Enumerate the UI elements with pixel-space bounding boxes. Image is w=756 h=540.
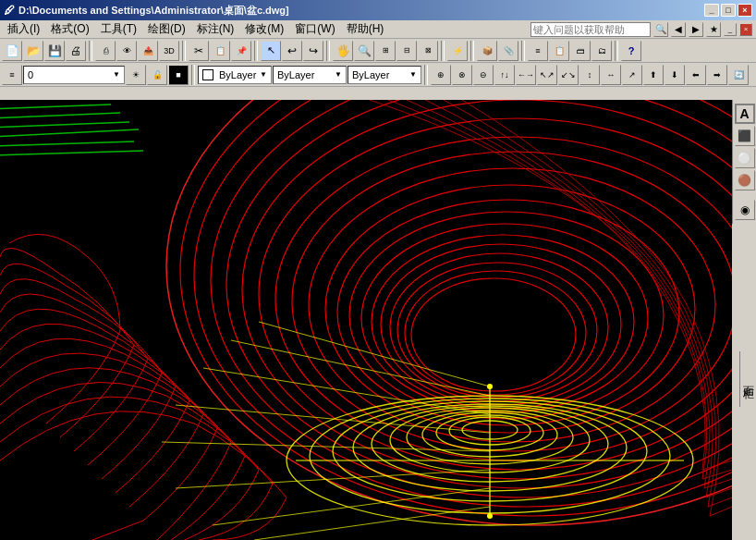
maximize-button[interactable]: □ xyxy=(721,4,736,17)
tb-layer-color[interactable]: ■ xyxy=(168,65,189,85)
tb-color-dropdown[interactable]: ByLayer ▼ xyxy=(198,66,272,84)
tb-view-2[interactable]: ⊗ xyxy=(452,65,472,85)
tb-block-edit[interactable]: 📦 xyxy=(477,41,497,61)
tb-save[interactable]: 💾 xyxy=(44,41,65,61)
app-icon: 🖊 xyxy=(4,4,15,17)
tb-linetype-dropdown[interactable]: ByLayer ▼ xyxy=(273,66,347,84)
menu-insert[interactable]: 插入(I) xyxy=(2,19,45,39)
menu-draw[interactable]: 绘图(D) xyxy=(142,19,191,39)
tb-view-13[interactable]: ⬅ xyxy=(686,65,706,85)
help-star-btn[interactable]: ★ xyxy=(706,22,721,37)
right-toolbar: A ⬛ ⚪ 🟤 ◉ xyxy=(732,100,756,224)
rt-view-box[interactable]: A xyxy=(735,104,755,124)
tb-print[interactable]: 🖨 xyxy=(66,41,86,61)
tb-3d[interactable]: 3D xyxy=(159,41,179,61)
tb-view-12[interactable]: ⬇ xyxy=(665,65,685,85)
minimize-button[interactable]: _ xyxy=(704,4,719,17)
tb-prop[interactable]: 📋 xyxy=(549,41,569,61)
tb-view-9[interactable]: ↔ xyxy=(601,65,621,85)
tb-match-prop[interactable]: ⚡ xyxy=(447,41,468,61)
tb-view-5[interactable]: ←→ xyxy=(516,65,536,85)
tb-sep-6 xyxy=(470,41,474,61)
tb-sep-4 xyxy=(326,41,330,61)
tb-block-def[interactable]: 📎 xyxy=(498,41,518,61)
tb-view-3[interactable]: ⊖ xyxy=(473,65,494,85)
tb-designcenter[interactable]: 🗃 xyxy=(570,41,591,61)
rt-material[interactable]: ◉ xyxy=(735,200,755,220)
tb-copy[interactable]: 📋 xyxy=(210,41,230,61)
tb-linewidth-dropdown[interactable]: ByLayer ▼ xyxy=(348,66,421,84)
layer-value: 0 xyxy=(28,69,33,80)
cad-drawing xyxy=(0,100,732,540)
tb-cut[interactable]: ✂ xyxy=(189,41,209,61)
linewidth-value: ByLayer xyxy=(352,69,389,80)
window-title: D:\Documents and Settings\Administrator\… xyxy=(15,4,704,18)
tb-preview[interactable]: 👁 xyxy=(116,41,137,61)
menu-format[interactable]: 格式(O) xyxy=(45,19,94,39)
tb-layer-freeze[interactable]: ☀ xyxy=(126,65,146,85)
right-edge-label: 面柜 xyxy=(739,351,756,407)
tb-zoom[interactable]: 🔍 xyxy=(354,41,374,61)
tb-layer-mgr[interactable]: ≡ xyxy=(2,65,22,85)
title-controls: _ □ × xyxy=(704,4,752,17)
tb-open[interactable]: 📂 xyxy=(23,41,43,61)
rt-shading[interactable]: 🟤 xyxy=(735,170,755,190)
tb-sep-1 xyxy=(89,41,92,61)
toolbar-row-2: ≡ 0 ▼ ☀ 🔓 ■ ByLayer ▼ ByLayer ▼ ByLayer … xyxy=(0,63,756,87)
toolbar-row-1: 📄 📂 💾 🖨 ⎙ 👁 📤 3D ✂ 📋 📌 ↖ ↩ ↪ 🖐 🔍 ⊞ ⊟ ⊠ ⚡… xyxy=(0,39,756,63)
tb-sep-9 xyxy=(191,65,195,85)
color-value: ByLayer xyxy=(219,69,256,80)
tb-view-8[interactable]: ↕ xyxy=(579,65,600,85)
search-icon-btn[interactable]: 🔍 xyxy=(653,22,668,37)
close-button[interactable]: × xyxy=(738,4,752,17)
tb-cursor[interactable]: ↖ xyxy=(261,41,281,61)
help-search-input[interactable] xyxy=(530,22,651,37)
tb-pan[interactable]: 🖐 xyxy=(333,41,353,61)
tb-view-7[interactable]: ↙↘ xyxy=(558,65,579,85)
canvas-area[interactable] xyxy=(0,100,732,540)
tb-help[interactable]: ? xyxy=(621,41,641,61)
tb-view-4[interactable]: ↑↓ xyxy=(494,65,515,85)
rt-3d-cube[interactable]: ⬛ xyxy=(735,126,755,146)
linetype-value: ByLayer xyxy=(277,69,314,80)
tb-sep-8 xyxy=(615,41,618,61)
menu-annotate[interactable]: 标注(N) xyxy=(191,19,240,39)
tb-plot[interactable]: ⎙ xyxy=(95,41,116,61)
tb-view-14[interactable]: ➡ xyxy=(707,65,727,85)
menu-bar: 插入(I) 格式(O) 工具(T) 绘图(D) 标注(N) 修改(M) 窗口(W… xyxy=(0,20,527,39)
tb-toolpalette[interactable]: 🗂 xyxy=(591,41,612,61)
help-close-btn[interactable]: × xyxy=(739,23,752,36)
menu-tools[interactable]: 工具(T) xyxy=(95,19,142,39)
title-bar: 🖊 D:\Documents and Settings\Administrato… xyxy=(0,0,756,20)
tb-sep-7 xyxy=(521,41,525,61)
tb-layer-dropdown[interactable]: 0 ▼ xyxy=(23,66,125,84)
rt-sphere[interactable]: ⚪ xyxy=(735,148,755,168)
tb-redo[interactable]: ↪ xyxy=(303,41,323,61)
svg-point-40 xyxy=(487,513,493,519)
tb-sep-3 xyxy=(254,41,258,61)
menu-window[interactable]: 窗口(W) xyxy=(289,19,340,39)
tb-zoom-prev[interactable]: ⊟ xyxy=(396,41,417,61)
tb-publish[interactable]: 📤 xyxy=(138,41,158,61)
tb-sep-5 xyxy=(441,41,445,61)
tb-layer-lock[interactable]: 🔓 xyxy=(147,65,167,85)
tb-sep-10 xyxy=(424,65,428,85)
tb-paste[interactable]: 📌 xyxy=(231,41,251,61)
tb-undo[interactable]: ↩ xyxy=(282,41,302,61)
tb-sep-2 xyxy=(182,41,186,61)
menu-modify[interactable]: 修改(M) xyxy=(239,19,289,39)
tb-view-6[interactable]: ↖↗ xyxy=(537,65,557,85)
help-minimize-btn[interactable]: _ xyxy=(724,23,737,36)
tb-view-1[interactable]: ⊕ xyxy=(431,65,451,85)
tb-zoom-ext[interactable]: ⊠ xyxy=(418,41,438,61)
tb-view-11[interactable]: ⬆ xyxy=(643,65,664,85)
tb-layer[interactable]: ≡ xyxy=(528,41,548,61)
help-forward-btn[interactable]: ▶ xyxy=(689,22,703,37)
tb-view-15[interactable]: 🔄 xyxy=(728,65,749,85)
tb-new[interactable]: 📄 xyxy=(2,41,22,61)
tb-zoom-window[interactable]: ⊞ xyxy=(375,41,396,61)
menu-help[interactable]: 帮助(H) xyxy=(341,19,390,39)
help-back-btn[interactable]: ◀ xyxy=(671,22,686,37)
tb-view-10[interactable]: ↗ xyxy=(622,65,642,85)
